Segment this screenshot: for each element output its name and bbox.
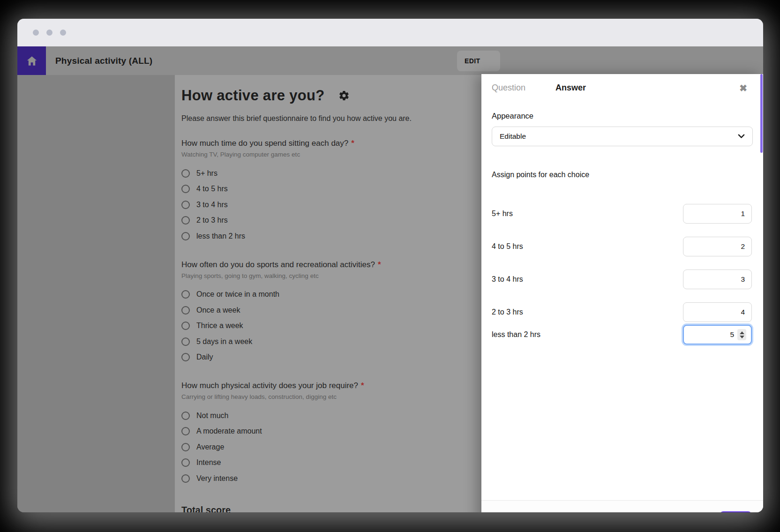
question-hint: Watching TV, Playing computer games etc <box>181 151 508 158</box>
points-row: less than 2 hrs <box>492 325 752 345</box>
required-asterisk: * <box>351 139 354 148</box>
radio-icon[interactable] <box>181 427 190 435</box>
option-label: Once a week <box>196 306 240 315</box>
option-label: 4 to 5 hrs <box>196 185 228 193</box>
tab-question[interactable]: Question <box>492 83 525 93</box>
close-icon[interactable]: ✖ <box>739 83 747 93</box>
radio-option[interactable]: 4 to 5 hrs <box>181 181 508 197</box>
points-row-label: 2 to 3 hrs <box>492 308 523 316</box>
radio-icon[interactable] <box>181 458 190 467</box>
radio-icon[interactable] <box>181 290 190 299</box>
radio-icon[interactable] <box>181 306 190 315</box>
points-input[interactable] <box>683 237 752 256</box>
radio-icon[interactable] <box>181 353 190 361</box>
option-label: 5 days in a week <box>196 337 252 346</box>
option-label: Thrice a week <box>196 322 243 330</box>
window-control-dot[interactable] <box>46 30 52 36</box>
radio-icon[interactable] <box>181 201 190 209</box>
appearance-label: Appearance <box>492 112 763 120</box>
option-label: A moderate amount <box>196 427 262 435</box>
answer-drawer: Question Answer ✖ Appearance Editable As… <box>481 74 763 512</box>
option-label: Once or twice in a month <box>196 290 279 299</box>
radio-icon[interactable] <box>181 337 190 346</box>
points-input[interactable] <box>683 204 752 224</box>
question-text: How often do you do sports and recreatio… <box>181 260 508 270</box>
points-input[interactable] <box>683 270 752 289</box>
required-asterisk: * <box>361 381 364 390</box>
app-window: Physical activity (ALL) EDIT How active … <box>17 19 763 512</box>
appearance-select[interactable]: Editable <box>492 127 753 146</box>
option-label: Average <box>196 443 224 451</box>
radio-option[interactable]: 3 to 4 hrs <box>181 197 508 213</box>
save-button[interactable]: Save <box>720 511 752 512</box>
spinner-up-icon[interactable] <box>740 331 744 334</box>
required-asterisk: * <box>378 260 381 269</box>
radio-option[interactable]: less than 2 hrs <box>181 228 508 244</box>
radio-icon[interactable] <box>181 169 190 178</box>
app-body: Physical activity (ALL) EDIT How active … <box>17 46 763 512</box>
radio-icon[interactable] <box>181 232 190 240</box>
points-row-label: less than 2 hrs <box>492 330 540 339</box>
app-header: Physical activity (ALL) EDIT <box>17 46 763 75</box>
points-row-label: 5+ hrs <box>492 210 513 218</box>
edit-button[interactable]: EDIT <box>457 51 500 71</box>
radio-icon[interactable] <box>181 443 190 451</box>
question-block: How often do you do sports and recreatio… <box>181 260 508 366</box>
question-text: How much time do you spend sitting each … <box>181 139 508 148</box>
appearance-selected-value: Editable <box>500 132 526 141</box>
option-label: 2 to 3 hrs <box>196 216 228 225</box>
chevron-down-icon <box>738 134 745 139</box>
radio-option[interactable]: 5+ hrs <box>181 165 508 181</box>
points-heading: Assign points for each choice <box>492 171 763 179</box>
option-label: less than 2 hrs <box>196 232 245 240</box>
question-block: How much time do you spend sitting each … <box>181 139 508 244</box>
radio-option[interactable]: 2 to 3 hrs <box>181 213 508 229</box>
points-row: 5+ hrs <box>492 204 752 224</box>
radio-option[interactable]: 5 days in a week <box>181 334 508 350</box>
option-label: Not much <box>196 412 228 420</box>
radio-option[interactable]: Thrice a week <box>181 318 508 334</box>
total-score-heading: Total score <box>181 505 231 512</box>
question-block: How much physical activity does your job… <box>181 381 508 487</box>
points-row-label: 3 to 4 hrs <box>492 275 523 284</box>
points-row: 2 to 3 hrs <box>492 302 752 322</box>
home-button[interactable] <box>17 46 46 75</box>
number-spinner[interactable] <box>737 329 746 340</box>
radio-icon[interactable] <box>181 322 190 330</box>
tab-answer[interactable]: Answer <box>555 83 586 93</box>
window-control-dot[interactable] <box>60 30 66 36</box>
form-subtitle: Please answer this brief questionnaire t… <box>181 114 508 123</box>
radio-icon[interactable] <box>181 474 190 483</box>
radio-icon[interactable] <box>181 185 190 193</box>
form-title: How active are you? <box>181 87 324 104</box>
points-row: 4 to 5 hrs <box>492 237 752 256</box>
radio-option[interactable]: Intense <box>181 455 508 471</box>
window-control-dot[interactable] <box>33 30 39 36</box>
page-title: Physical activity (ALL) <box>55 46 152 75</box>
points-row-label: 4 to 5 hrs <box>492 242 523 251</box>
radio-icon[interactable] <box>181 412 190 420</box>
question-hint: Carrying or lifting heavy loads, constru… <box>181 393 508 400</box>
browser-chrome <box>17 19 763 46</box>
spinner-down-icon[interactable] <box>740 336 744 338</box>
question-text: How much physical activity does your job… <box>181 381 508 390</box>
radio-option[interactable]: A moderate amount <box>181 424 508 440</box>
points-row: 3 to 4 hrs <box>492 270 752 289</box>
radio-option[interactable]: Daily <box>181 350 508 366</box>
question-hint: Playing sports, going to gym, walking, c… <box>181 272 508 279</box>
drawer-scrollbar-thumb[interactable] <box>760 74 763 153</box>
home-icon <box>26 55 38 67</box>
drawer-footer: Save <box>481 500 763 512</box>
radio-option[interactable]: Average <box>181 439 508 455</box>
radio-option[interactable]: Very intense <box>181 471 508 487</box>
radio-option[interactable]: Once a week <box>181 302 508 318</box>
option-label: Intense <box>196 458 221 467</box>
radio-option[interactable]: Not much <box>181 408 508 424</box>
option-label: Daily <box>196 353 213 361</box>
radio-icon[interactable] <box>181 216 190 225</box>
gear-icon[interactable] <box>338 90 350 101</box>
radio-option[interactable]: Once or twice in a month <box>181 287 508 303</box>
option-label: 5+ hrs <box>196 169 218 178</box>
points-input[interactable] <box>683 302 752 322</box>
option-label: 3 to 4 hrs <box>196 201 228 209</box>
